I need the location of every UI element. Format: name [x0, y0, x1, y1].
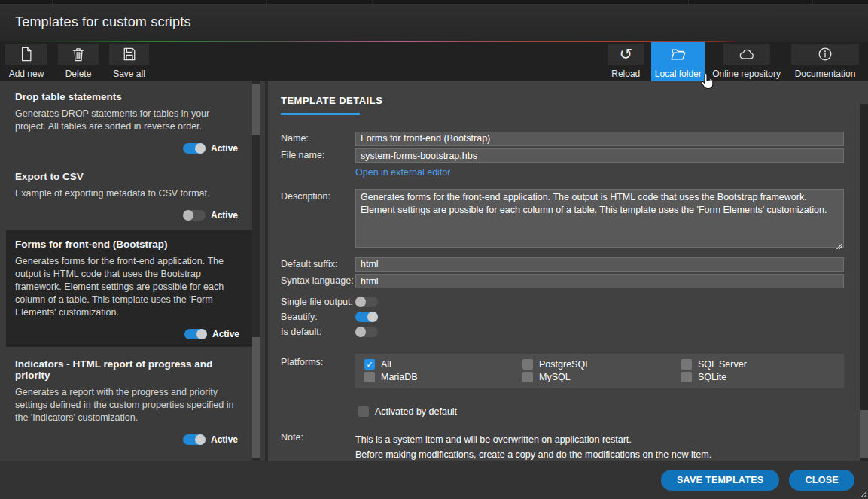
toolbar-right-group: ↺ReloadLocal folderOnline repositoryDocu… — [605, 42, 862, 82]
folder-open-icon — [670, 47, 687, 61]
toolbar-button-delete[interactable]: Delete — [55, 42, 102, 79]
cloud-icon — [738, 47, 756, 61]
info-icon — [818, 47, 833, 62]
toolbar-button-label: Online repository — [712, 68, 781, 79]
close-button[interactable]: CLOSE — [789, 470, 854, 491]
dialog-title: Templates for custom scripts — [0, 4, 868, 30]
single-file-output-label: Single file output: — [281, 297, 355, 307]
active-toggle[interactable] — [183, 210, 206, 221]
toggle-knob — [195, 434, 206, 445]
platform-checkbox-all[interactable]: ✓All — [364, 359, 522, 370]
toolbar-button-online-repository[interactable]: Online repository — [709, 42, 784, 82]
name-label: Name: — [281, 133, 355, 144]
unchecked-checkbox-icon — [681, 372, 692, 382]
template-item-description: Example of exporting metadata to CSV for… — [15, 187, 238, 200]
toggle-knob — [367, 312, 378, 322]
toolbar: Add newDeleteSave all ↺ReloadLocal folde… — [0, 42, 868, 81]
toolbar-button-reload[interactable]: ↺Reload — [605, 42, 647, 82]
dialog-titlebar: Templates for custom scripts — [0, 4, 868, 42]
checkbox-label: Activated by default — [375, 406, 457, 417]
platforms-column: ✓AllMariaDB — [364, 359, 522, 382]
section-title: TEMPLATE DETAILS — [281, 95, 844, 106]
unchecked-checkbox-icon — [358, 406, 369, 417]
template-details-panel: TEMPLATE DETAILS Name: File name: Open i… — [268, 81, 868, 461]
dialog-body: Drop table statementsGenerates DROP stat… — [0, 81, 868, 461]
dialog-footer: SAVE TEMPLATES CLOSE — [0, 461, 868, 499]
note-line-1: This is a system item and will be overwr… — [355, 432, 844, 447]
toolbar-icon-box — [723, 44, 770, 65]
platform-checkbox-mariadb[interactable]: MariaDB — [364, 372, 522, 382]
template-item-title: Forms for front-end (Bootstrap) — [15, 239, 239, 250]
toolbar-icon-box: ↺ — [608, 44, 644, 65]
template-list-item-export-to-csv[interactable]: Export to CSVExample of exporting metada… — [0, 161, 265, 228]
template-list-item-indicators-html-report-of-progress-and-priority[interactable]: Indicators - HTML report of progress and… — [0, 348, 265, 452]
checkbox-label: SQL Server — [698, 359, 747, 370]
checked-checkbox-icon: ✓ — [364, 359, 375, 370]
default-suffix-input[interactable] — [355, 257, 844, 272]
unchecked-checkbox-icon — [681, 359, 692, 370]
is-default-label: Is default: — [281, 327, 355, 337]
platform-checkbox-mysql[interactable]: MySQL — [522, 372, 681, 382]
new-file-icon — [20, 47, 33, 62]
platform-checkbox-postgresql[interactable]: PostgreSQL — [522, 359, 681, 370]
template-list-item-forms-for-front-end-bootstrap-[interactable]: Forms for front-end (Bootstrap)Generates… — [6, 230, 260, 347]
file-name-input[interactable] — [355, 148, 844, 163]
sidebar-scrollbar-thumb[interactable] — [252, 337, 260, 458]
toolbar-icon-box — [109, 44, 149, 65]
save-templates-button[interactable]: SAVE TEMPLATES — [661, 470, 780, 491]
active-label: Active — [212, 329, 239, 339]
open-external-editor-link[interactable]: Open in external editor — [355, 165, 450, 179]
platform-checkbox-sqlite[interactable]: SQLite — [681, 372, 835, 382]
checkbox-label: MySQL — [539, 372, 571, 382]
details-scrollbar[interactable] — [860, 104, 868, 461]
toolbar-button-save-all[interactable]: Save all — [106, 42, 152, 79]
beautify-label: Beautify: — [281, 312, 355, 322]
toggle-knob — [355, 297, 366, 307]
sidebar-scrollbar[interactable] — [252, 81, 260, 461]
description-textarea[interactable]: Generates forms for the front-end applic… — [355, 189, 844, 248]
template-item-title: Indicators - HTML report of progress and… — [15, 358, 238, 381]
toolbar-button-label: Reload — [611, 68, 640, 79]
toolbar-button-label: Save all — [113, 68, 145, 79]
active-label: Active — [211, 143, 238, 154]
platforms-panel: ✓AllMariaDBPostgreSQLMySQLSQL ServerSQLi… — [355, 354, 844, 388]
textarea-resize-grip[interactable] — [836, 242, 842, 249]
syntax-language-label: Syntax language: — [281, 275, 355, 286]
unchecked-checkbox-icon — [522, 372, 533, 382]
syntax-language-input[interactable] — [355, 274, 844, 288]
toolbar-button-label: Documentation — [795, 68, 856, 79]
active-label: Active — [211, 210, 238, 221]
beautify-toggle[interactable] — [355, 312, 378, 322]
toolbar-button-documentation[interactable]: Documentation — [788, 42, 862, 82]
toggle-knob — [195, 143, 206, 154]
toggle-knob — [196, 329, 207, 339]
single-file-output-toggle[interactable] — [355, 297, 378, 307]
template-item-title: Drop table statements — [15, 91, 238, 102]
rainbow-separator — [0, 41, 736, 42]
toolbar-icon-box — [5, 44, 47, 65]
active-toggle-row: Active — [15, 329, 239, 339]
active-toggle-row: Active — [15, 143, 238, 154]
template-list: Drop table statementsGenerates DROP stat… — [0, 81, 265, 461]
active-label: Active — [211, 434, 238, 445]
toolbar-button-local-folder[interactable]: Local folder — [651, 42, 705, 82]
toolbar-button-label: Delete — [65, 68, 92, 79]
window-resize-grip[interactable] — [859, 490, 866, 497]
default-suffix-label: Default suffix: — [281, 259, 355, 269]
name-input[interactable] — [355, 132, 844, 146]
templates-dialog: Templates for custom scripts Add newDele… — [0, 0, 868, 499]
sidebar-scrollbar-thumb[interactable] — [252, 84, 260, 135]
toolbar-button-add-new[interactable]: Add new — [2, 42, 50, 79]
active-toggle[interactable] — [183, 434, 206, 445]
details-scrollbar-thumb[interactable] — [860, 410, 868, 458]
template-item-title: Export to CSV — [15, 171, 238, 182]
active-toggle[interactable] — [183, 143, 206, 154]
is-default-toggle[interactable] — [355, 327, 378, 337]
reload-icon: ↺ — [619, 47, 632, 62]
checkbox-label: All — [381, 359, 391, 370]
active-toggle[interactable] — [184, 329, 207, 339]
template-list-item-drop-table-statements[interactable]: Drop table statementsGenerates DROP stat… — [0, 81, 265, 161]
template-list-item-mysql-insert-nodejs[interactable]: MySQL Insert NodejsSample application co… — [0, 452, 265, 461]
platform-checkbox-sql-server[interactable]: SQL Server — [681, 359, 835, 370]
checkbox-activated-by-default[interactable]: Activated by default — [358, 406, 844, 417]
